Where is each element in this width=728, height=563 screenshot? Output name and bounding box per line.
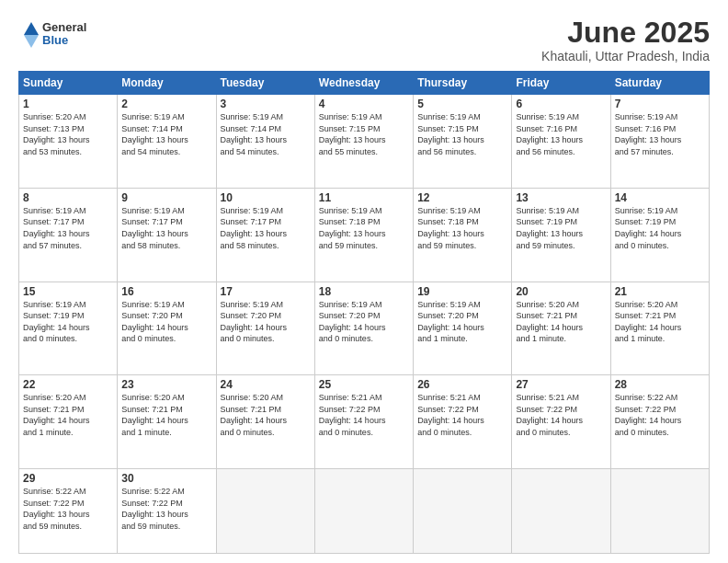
day-number: 13 <box>516 191 606 204</box>
table-row: 20Sunrise: 5:20 AM Sunset: 7:21 PM Dayli… <box>512 282 610 375</box>
table-row: 7Sunrise: 5:19 AM Sunset: 7:16 PM Daylig… <box>610 95 709 189</box>
svg-marker-3 <box>24 35 39 48</box>
table-row: 22Sunrise: 5:20 AM Sunset: 7:21 PM Dayli… <box>19 375 118 469</box>
day-number: 29 <box>23 472 113 485</box>
table-row: 3Sunrise: 5:19 AM Sunset: 7:14 PM Daylig… <box>216 95 314 189</box>
day-info: Sunrise: 5:19 AM Sunset: 7:17 PM Dayligh… <box>221 205 311 251</box>
table-row: 12Sunrise: 5:19 AM Sunset: 7:18 PM Dayli… <box>414 188 512 282</box>
day-info: Sunrise: 5:19 AM Sunset: 7:19 PM Dayligh… <box>615 205 705 251</box>
day-number: 15 <box>23 285 113 298</box>
day-info: Sunrise: 5:22 AM Sunset: 7:22 PM Dayligh… <box>121 486 211 532</box>
table-row: 10Sunrise: 5:19 AM Sunset: 7:17 PM Dayli… <box>216 188 314 282</box>
table-row: 24Sunrise: 5:20 AM Sunset: 7:21 PM Dayli… <box>216 375 314 469</box>
table-row: 25Sunrise: 5:21 AM Sunset: 7:22 PM Dayli… <box>314 375 413 469</box>
table-row: 4Sunrise: 5:19 AM Sunset: 7:15 PM Daylig… <box>314 95 413 189</box>
day-info: Sunrise: 5:19 AM Sunset: 7:15 PM Dayligh… <box>319 111 409 157</box>
day-info: Sunrise: 5:22 AM Sunset: 7:22 PM Dayligh… <box>23 486 113 532</box>
location: Khatauli, Uttar Pradesh, India <box>541 49 710 63</box>
day-info: Sunrise: 5:19 AM Sunset: 7:14 PM Dayligh… <box>221 111 311 157</box>
day-info: Sunrise: 5:19 AM Sunset: 7:19 PM Dayligh… <box>516 205 606 251</box>
day-number: 23 <box>121 378 211 391</box>
table-row: 1Sunrise: 5:20 AM Sunset: 7:13 PM Daylig… <box>19 95 118 189</box>
day-number: 1 <box>23 98 113 110</box>
day-info: Sunrise: 5:19 AM Sunset: 7:20 PM Dayligh… <box>319 299 409 345</box>
table-row: 19Sunrise: 5:19 AM Sunset: 7:20 PM Dayli… <box>414 282 512 375</box>
table-row <box>414 468 512 553</box>
calendar-week-row: 8Sunrise: 5:19 AM Sunset: 7:17 PM Daylig… <box>19 188 710 282</box>
table-row: 30Sunrise: 5:22 AM Sunset: 7:22 PM Dayli… <box>118 468 216 553</box>
day-number: 20 <box>516 285 606 298</box>
table-row: 5Sunrise: 5:19 AM Sunset: 7:15 PM Daylig… <box>414 95 512 189</box>
day-info: Sunrise: 5:19 AM Sunset: 7:17 PM Dayligh… <box>121 205 211 251</box>
day-info: Sunrise: 5:20 AM Sunset: 7:21 PM Dayligh… <box>121 392 211 438</box>
day-number: 8 <box>23 191 113 204</box>
table-row: 14Sunrise: 5:19 AM Sunset: 7:19 PM Dayli… <box>610 188 709 282</box>
table-row: 21Sunrise: 5:20 AM Sunset: 7:21 PM Dayli… <box>610 282 709 375</box>
page-header: General Blue June 2025 Khatauli, Uttar P… <box>18 17 710 63</box>
calendar-week-row: 22Sunrise: 5:20 AM Sunset: 7:21 PM Dayli… <box>19 375 710 469</box>
day-info: Sunrise: 5:20 AM Sunset: 7:21 PM Dayligh… <box>615 299 705 345</box>
day-info: Sunrise: 5:19 AM Sunset: 7:18 PM Dayligh… <box>417 205 507 251</box>
day-number: 22 <box>23 378 113 391</box>
table-row: 13Sunrise: 5:19 AM Sunset: 7:19 PM Dayli… <box>512 188 610 282</box>
day-number: 2 <box>121 98 211 110</box>
header-tuesday: Tuesday <box>216 72 314 95</box>
table-row: 27Sunrise: 5:21 AM Sunset: 7:22 PM Dayli… <box>512 375 610 469</box>
day-info: Sunrise: 5:19 AM Sunset: 7:17 PM Dayligh… <box>23 205 113 251</box>
day-number: 14 <box>615 191 705 204</box>
calendar-page: General Blue June 2025 Khatauli, Uttar P… <box>0 0 728 563</box>
weekday-header-row: Sunday Monday Tuesday Wednesday Thursday… <box>19 72 710 95</box>
table-row: 11Sunrise: 5:19 AM Sunset: 7:18 PM Dayli… <box>314 188 413 282</box>
day-info: Sunrise: 5:20 AM Sunset: 7:21 PM Dayligh… <box>221 392 311 438</box>
day-info: Sunrise: 5:20 AM Sunset: 7:21 PM Dayligh… <box>516 299 606 345</box>
logo-svg: General Blue <box>18 17 110 53</box>
svg-text:Blue: Blue <box>42 33 68 47</box>
day-info: Sunrise: 5:19 AM Sunset: 7:18 PM Dayligh… <box>319 205 409 251</box>
day-number: 9 <box>121 191 211 204</box>
header-friday: Friday <box>512 72 610 95</box>
header-sunday: Sunday <box>19 72 118 95</box>
day-info: Sunrise: 5:19 AM Sunset: 7:15 PM Dayligh… <box>417 111 507 157</box>
header-monday: Monday <box>118 72 216 95</box>
day-number: 16 <box>121 285 211 298</box>
table-row: 2Sunrise: 5:19 AM Sunset: 7:14 PM Daylig… <box>118 95 216 189</box>
day-number: 6 <box>516 98 606 110</box>
title-block: June 2025 Khatauli, Uttar Pradesh, India <box>541 17 710 63</box>
calendar-week-row: 1Sunrise: 5:20 AM Sunset: 7:13 PM Daylig… <box>19 95 710 189</box>
calendar-table: Sunday Monday Tuesday Wednesday Thursday… <box>18 71 710 554</box>
day-number: 25 <box>319 378 409 391</box>
table-row: 23Sunrise: 5:20 AM Sunset: 7:21 PM Dayli… <box>118 375 216 469</box>
header-saturday: Saturday <box>610 72 709 95</box>
day-info: Sunrise: 5:19 AM Sunset: 7:16 PM Dayligh… <box>516 111 606 157</box>
day-info: Sunrise: 5:22 AM Sunset: 7:22 PM Dayligh… <box>615 392 705 438</box>
header-wednesday: Wednesday <box>314 72 413 95</box>
day-number: 28 <box>615 378 705 391</box>
day-number: 26 <box>417 378 507 391</box>
day-number: 27 <box>516 378 606 391</box>
table-row <box>216 468 314 553</box>
day-number: 5 <box>417 98 507 110</box>
header-thursday: Thursday <box>414 72 512 95</box>
day-info: Sunrise: 5:19 AM Sunset: 7:19 PM Dayligh… <box>23 299 113 345</box>
day-number: 3 <box>221 98 311 110</box>
table-row: 6Sunrise: 5:19 AM Sunset: 7:16 PM Daylig… <box>512 95 610 189</box>
day-info: Sunrise: 5:21 AM Sunset: 7:22 PM Dayligh… <box>516 392 606 438</box>
day-info: Sunrise: 5:21 AM Sunset: 7:22 PM Dayligh… <box>319 392 409 438</box>
table-row <box>610 468 709 553</box>
day-number: 17 <box>221 285 311 298</box>
table-row: 26Sunrise: 5:21 AM Sunset: 7:22 PM Dayli… <box>414 375 512 469</box>
day-number: 18 <box>319 285 409 298</box>
day-info: Sunrise: 5:19 AM Sunset: 7:20 PM Dayligh… <box>221 299 311 345</box>
day-info: Sunrise: 5:20 AM Sunset: 7:21 PM Dayligh… <box>23 392 113 438</box>
month-title: June 2025 <box>541 17 710 49</box>
table-row: 9Sunrise: 5:19 AM Sunset: 7:17 PM Daylig… <box>118 188 216 282</box>
day-number: 11 <box>319 191 409 204</box>
day-info: Sunrise: 5:19 AM Sunset: 7:16 PM Dayligh… <box>615 111 705 157</box>
table-row: 18Sunrise: 5:19 AM Sunset: 7:20 PM Dayli… <box>314 282 413 375</box>
table-row: 28Sunrise: 5:22 AM Sunset: 7:22 PM Dayli… <box>610 375 709 469</box>
day-number: 19 <box>417 285 507 298</box>
table-row <box>314 468 413 553</box>
day-info: Sunrise: 5:19 AM Sunset: 7:14 PM Dayligh… <box>121 111 211 157</box>
day-number: 4 <box>319 98 409 110</box>
logo-text: General Blue <box>18 17 110 57</box>
